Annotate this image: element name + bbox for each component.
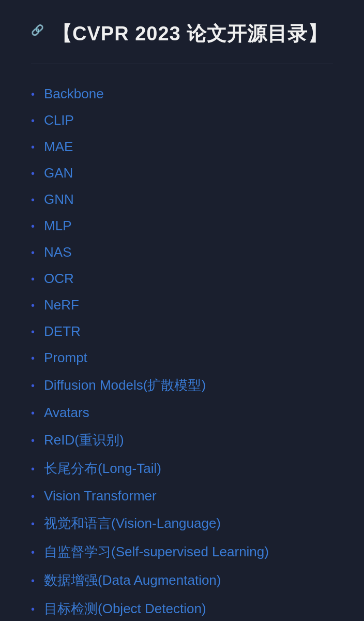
bullet-icon: • xyxy=(31,491,35,501)
nav-list: •Backbone•CLIP•MAE•GAN•GNN•MLP•NAS•OCR•N… xyxy=(31,81,333,621)
list-item: •Avatars xyxy=(31,400,333,426)
bullet-icon: • xyxy=(31,519,35,529)
list-item: •GAN xyxy=(31,160,333,186)
bullet-icon: • xyxy=(31,274,35,284)
list-item: •DETR xyxy=(31,318,333,345)
nav-link-longtail[interactable]: 长尾分布(Long-Tail) xyxy=(44,460,161,478)
nav-link-reid[interactable]: ReID(重识别) xyxy=(44,431,124,449)
bullet-icon: • xyxy=(31,221,35,231)
list-item: •Backbone xyxy=(31,81,333,107)
nav-link-objectdetection[interactable]: 目标检测(Object Detection) xyxy=(44,600,206,618)
list-item: •视觉和语言(Vision-Language) xyxy=(31,509,333,538)
list-item: •MAE xyxy=(31,134,333,160)
bullet-icon: • xyxy=(31,247,35,258)
link-icon: 🔗 xyxy=(31,24,44,36)
nav-link-selfsupervised[interactable]: 自监督学习(Self-supervised Learning) xyxy=(44,543,269,561)
list-item: •OCR xyxy=(31,265,333,292)
bullet-icon: • xyxy=(31,575,35,586)
list-item: •NeRF xyxy=(31,292,333,318)
nav-link-mae[interactable]: MAE xyxy=(44,139,73,155)
page-title: 【CVPR 2023 论文开源目录】 xyxy=(52,21,328,47)
nav-link-ocr[interactable]: OCR xyxy=(44,271,74,287)
nav-link-detr[interactable]: DETR xyxy=(44,323,81,339)
list-item: •长尾分布(Long-Tail) xyxy=(31,454,333,483)
list-item: •自监督学习(Self-supervised Learning) xyxy=(31,538,333,566)
nav-link-nas[interactable]: NAS xyxy=(44,244,71,260)
list-item: •MLP xyxy=(31,213,333,239)
list-item: •ReID(重识别) xyxy=(31,426,333,454)
nav-link-gan[interactable]: GAN xyxy=(44,165,73,181)
bullet-icon: • xyxy=(31,435,35,446)
list-item: •NAS xyxy=(31,239,333,265)
list-item: •CLIP xyxy=(31,107,333,134)
divider xyxy=(31,64,333,64)
nav-link-clip[interactable]: CLIP xyxy=(44,112,74,128)
bullet-icon: • xyxy=(31,408,35,418)
list-item: •Prompt xyxy=(31,345,333,371)
bullet-icon: • xyxy=(31,300,35,310)
list-item: •GNN xyxy=(31,186,333,213)
nav-link-avatars[interactable]: Avatars xyxy=(44,405,89,421)
list-item: •数据增强(Data Augmentation) xyxy=(31,566,333,595)
bullet-icon: • xyxy=(31,89,35,99)
nav-link-backbone[interactable]: Backbone xyxy=(44,86,104,102)
nav-link-visionlanguage[interactable]: 视觉和语言(Vision-Language) xyxy=(44,514,221,533)
nav-link-diffusion[interactable]: Diffusion Models(扩散模型) xyxy=(44,376,206,394)
header: 🔗 【CVPR 2023 论文开源目录】 xyxy=(31,21,333,47)
nav-link-gnn[interactable]: GNN xyxy=(44,191,74,208)
bullet-icon: • xyxy=(31,195,35,205)
bullet-icon: • xyxy=(31,142,35,152)
bullet-icon: • xyxy=(31,115,35,126)
nav-link-dataaugmentation[interactable]: 数据增强(Data Augmentation) xyxy=(44,571,221,589)
bullet-icon: • xyxy=(31,464,35,474)
bullet-icon: • xyxy=(31,604,35,614)
nav-link-nerf[interactable]: NeRF xyxy=(44,297,79,313)
bullet-icon: • xyxy=(31,353,35,363)
list-item: •目标检测(Object Detection) xyxy=(31,595,333,621)
bullet-icon: • xyxy=(31,380,35,391)
nav-link-mlp[interactable]: MLP xyxy=(44,218,71,234)
list-item: •Diffusion Models(扩散模型) xyxy=(31,371,333,400)
bullet-icon: • xyxy=(31,327,35,337)
nav-link-prompt[interactable]: Prompt xyxy=(44,350,87,366)
nav-link-visiontransformer[interactable]: Vision Transformer xyxy=(44,488,157,504)
bullet-icon: • xyxy=(31,547,35,557)
bullet-icon: • xyxy=(31,168,35,179)
list-item: •Vision Transformer xyxy=(31,483,333,509)
